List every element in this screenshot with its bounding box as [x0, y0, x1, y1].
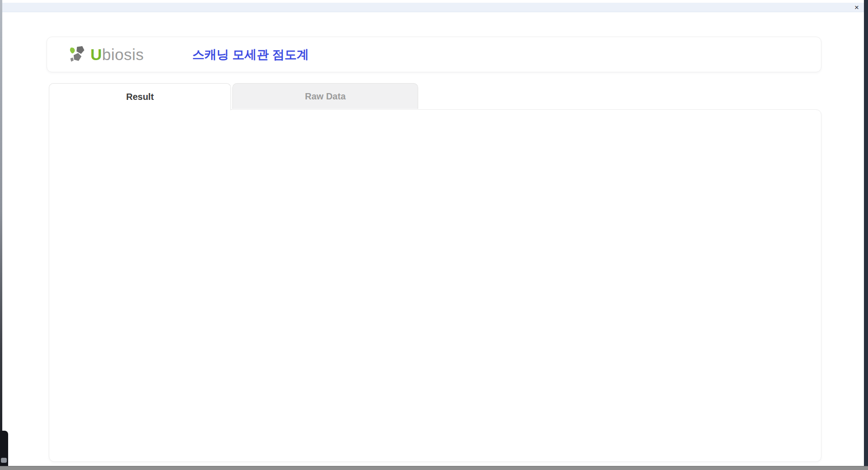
logo-text: Ubiosis	[90, 46, 144, 64]
desktop-left-edge	[0, 0, 2, 470]
app-screen: × Ubiosis 스캐닝 모세관 점도계 Result Raw Data	[0, 0, 868, 470]
close-icon[interactable]: ×	[854, 4, 859, 11]
app-title: 스캐닝 모세관 점도계	[192, 47, 309, 63]
tab-raw-data[interactable]: Raw Data	[232, 83, 418, 109]
ubiosis-logo-icon	[68, 46, 88, 64]
window-bottom-edge	[0, 466, 868, 470]
desktop-right-edge	[864, 0, 868, 470]
header-card: Ubiosis 스캐닝 모세관 점도계	[47, 37, 821, 72]
content-card	[49, 109, 821, 462]
logo-rest: biosis	[102, 46, 144, 63]
logo-u: U	[90, 46, 102, 63]
tab-result[interactable]: Result	[49, 83, 231, 110]
ubiosis-logo: Ubiosis	[68, 46, 144, 64]
desktop-corner-chip	[1, 458, 7, 463]
window-titlebar: ×	[2, 3, 864, 12]
